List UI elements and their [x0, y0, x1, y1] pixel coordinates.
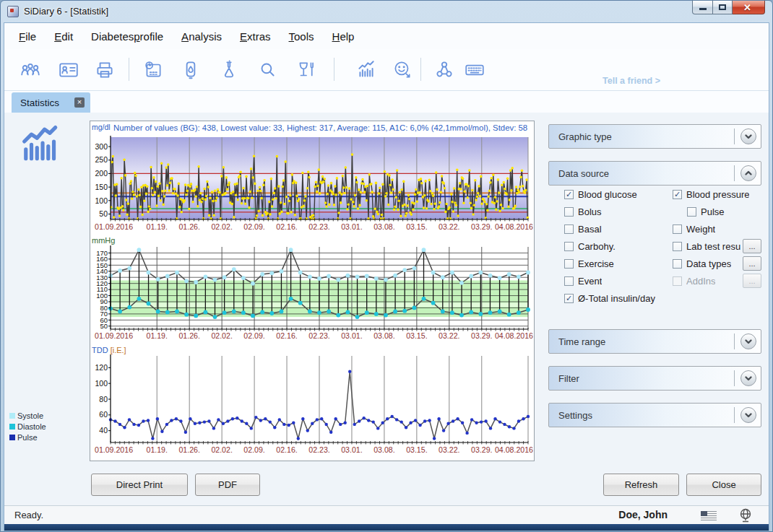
tab-close-icon[interactable]: × [74, 97, 85, 108]
data-source-right-column: ✓Blood pressurePulseWeightLab test resu.… [673, 186, 761, 289]
checkbox-label: Carbohy. [578, 241, 616, 252]
checkbox-box[interactable] [564, 242, 574, 251]
checkbox-box[interactable] [564, 207, 574, 217]
more-options-button[interactable]: ... [743, 256, 761, 271]
svg-text:03.08.: 03.08. [373, 222, 394, 231]
checkbox-carbohy-[interactable]: Carbohy. [564, 237, 673, 255]
keyboard-icon[interactable] [464, 59, 485, 81]
checkbox-box[interactable]: ✓ [564, 190, 574, 199]
checkbox-box[interactable]: ✓ [673, 190, 682, 199]
menu-help[interactable]: Help [332, 30, 355, 43]
menu-file[interactable]: File [19, 30, 36, 43]
svg-text:02.23.: 02.23. [308, 445, 329, 454]
statistics-icon[interactable] [355, 59, 377, 81]
checkbox-label: AddIns [686, 276, 715, 287]
svg-text:02.09.: 02.09. [243, 331, 264, 340]
checkbox-label: Bolus [578, 206, 602, 217]
svg-text:03.08.: 03.08. [373, 445, 394, 454]
svg-text:03.08.: 03.08. [373, 331, 394, 340]
checkbox-bolus[interactable]: Bolus [564, 203, 673, 220]
patient-card-icon[interactable] [58, 59, 79, 81]
blood-pressure-chart: 506070809010011012013014015016017001.09.… [90, 235, 534, 344]
menu-analysis[interactable]: Analysis [181, 30, 222, 43]
language-flag-icon[interactable] [701, 511, 717, 520]
svg-text:04.08.2016: 04.08.2016 [495, 331, 533, 340]
legend-swatch [9, 424, 15, 429]
checkbox-data-types[interactable]: Data types... [673, 255, 761, 272]
close-button[interactable]: Close [686, 474, 761, 496]
chevron-down-icon[interactable] [740, 333, 756, 349]
app-window: SiDiary 6 - [Statistik] ✕ FileEditDiabet… [0, 0, 773, 532]
menu-extras[interactable]: Extras [240, 30, 271, 43]
pdf-button[interactable]: PDF [195, 474, 260, 496]
direct-print-button[interactable]: Direct Print [91, 474, 188, 496]
panel-graphic-type[interactable]: Graphic type [548, 124, 761, 149]
title-bar[interactable]: SiDiary 6 - [Statistik] ✕ [1, 1, 772, 22]
logbook-calendar-icon[interactable] [142, 59, 164, 81]
svg-text:02.16.: 02.16. [276, 331, 297, 340]
chevron-down-icon[interactable] [740, 370, 756, 386]
menu-edit[interactable]: Edit [54, 30, 73, 43]
svg-text:01.09.2016: 01.09.2016 [95, 445, 133, 454]
toolbar-separator [420, 58, 421, 81]
refresh-button[interactable]: Refresh [603, 474, 679, 496]
nutrition-icon[interactable] [295, 59, 317, 81]
menu-diabetesprofile[interactable]: Diabetesprofile [91, 30, 163, 43]
panel-settings[interactable]: Settings [548, 403, 761, 427]
panel-data-source[interactable]: Data source [548, 161, 761, 186]
checkbox-box[interactable] [564, 276, 574, 286]
svg-text:03.15.: 03.15. [406, 222, 427, 231]
maximize-button[interactable] [713, 1, 733, 14]
chevron-down-icon[interactable] [740, 407, 756, 423]
lab-tests-icon[interactable] [218, 59, 240, 81]
checkbox-event[interactable]: Event [564, 272, 673, 289]
checkbox--total-insulin-day[interactable]: ✓Ø-Total insulin/day [564, 289, 673, 307]
checkbox-box[interactable] [687, 207, 696, 217]
wellness-smiley-icon[interactable] [392, 59, 413, 81]
panel-filter[interactable]: Filter [548, 366, 761, 391]
checkbox-box[interactable]: ✓ [564, 294, 574, 303]
checkbox-blood-glucose[interactable]: ✓Blood glucose [564, 186, 673, 203]
more-options-button[interactable]: ... [743, 239, 761, 253]
checkbox-addins: AddIns... [673, 272, 761, 289]
checkbox-box[interactable] [673, 242, 682, 251]
minimize-button[interactable] [692, 1, 713, 14]
checkbox-label: Data types [686, 258, 731, 269]
close-window-button[interactable]: ✕ [733, 1, 765, 14]
checkbox-exercise[interactable]: Exercise [564, 255, 673, 272]
close-icon: ✕ [743, 2, 751, 13]
checkbox-box[interactable] [673, 276, 682, 286]
checkbox-label: Basal [578, 224, 602, 235]
checkbox-pulse[interactable]: Pulse [673, 203, 761, 220]
checkbox-blood-pressure[interactable]: ✓Blood pressure [673, 186, 761, 203]
users-icon[interactable] [20, 59, 41, 81]
checkbox-box[interactable] [564, 259, 574, 269]
legend-label: Systole [17, 411, 43, 420]
svg-text:01.26.: 01.26. [178, 222, 199, 231]
search-icon[interactable] [256, 59, 278, 81]
checkbox-weight[interactable]: Weight [673, 220, 761, 237]
svg-text:mg/dl: mg/dl [92, 123, 111, 131]
legend-swatch [9, 435, 15, 440]
tell-a-friend-link[interactable]: Tell a friend > [603, 76, 660, 86]
svg-text:02.09.: 02.09. [243, 445, 264, 454]
checkbox-box[interactable] [564, 224, 574, 234]
svg-text:02.23.: 02.23. [308, 222, 329, 231]
maximize-icon [719, 4, 726, 10]
chevron-down-icon[interactable] [740, 128, 756, 144]
share-icon[interactable] [433, 59, 455, 81]
checkbox-lab-test-resu[interactable]: Lab test resu... [673, 237, 761, 255]
chevron-up-icon[interactable] [740, 165, 756, 181]
data-source-body: ✓Blood glucoseBolusBasalCarbohy.Exercise… [548, 186, 761, 323]
tab-statistics[interactable]: Statistics × [12, 92, 90, 113]
checkbox-box[interactable] [673, 224, 682, 234]
checkbox-box[interactable] [673, 259, 682, 269]
checkbox-basal[interactable]: Basal [564, 220, 673, 237]
glucose-meter-icon[interactable] [180, 59, 202, 81]
svg-text:120: 120 [95, 363, 108, 372]
client-area: FileEditDiabetesprofileAnalysisExtrasToo… [4, 22, 769, 531]
chart-panel: 5010015020025030001.09.201601.19.01.26.0… [90, 121, 535, 461]
menu-tools[interactable]: Tools [289, 30, 314, 43]
print-icon[interactable] [94, 59, 116, 81]
panel-time-range[interactable]: Time range [548, 329, 761, 354]
